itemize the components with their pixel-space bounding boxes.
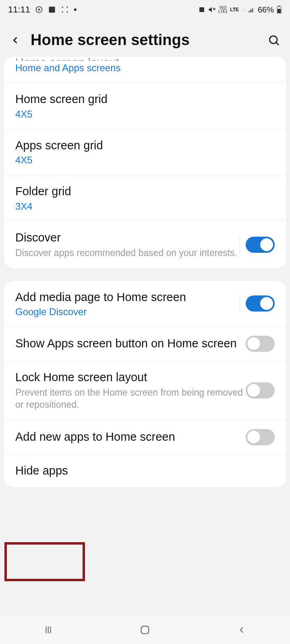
battery-icon xyxy=(276,6,282,14)
app-icon-1 xyxy=(35,6,43,14)
back-nav-button[interactable] xyxy=(234,623,249,637)
svg-rect-10 xyxy=(278,6,280,6)
navigation-bar xyxy=(0,616,290,644)
setting-title: Apps screen grid xyxy=(15,138,275,153)
setting-apps-button[interactable]: Show Apps screen button on Home screen xyxy=(4,327,286,361)
setting-value: 4X5 xyxy=(15,109,275,120)
svg-rect-1 xyxy=(49,7,55,13)
screenshot-icon xyxy=(61,6,69,14)
status-left: 11:11 • xyxy=(8,4,77,15)
setting-title: Discover xyxy=(15,230,240,246)
setting-title: Show Apps screen button on Home screen xyxy=(15,336,246,351)
image-icon xyxy=(48,6,56,14)
setting-title: Add media page to Home screen xyxy=(15,290,240,305)
setting-lock-layout[interactable]: Lock Home screen layout Prevent items on… xyxy=(4,361,286,420)
mute-icon xyxy=(208,6,216,14)
setting-hide-apps[interactable]: Hide apps xyxy=(4,454,286,487)
setting-media-page[interactable]: Add media page to Home screen Google Dis… xyxy=(4,281,286,327)
setting-value: 3X4 xyxy=(15,201,275,212)
add-new-apps-toggle[interactable] xyxy=(246,429,275,445)
svg-rect-17 xyxy=(141,626,149,634)
svg-point-12 xyxy=(269,36,277,43)
back-button[interactable] xyxy=(8,33,23,47)
dot-icon: • xyxy=(74,4,77,15)
setting-add-new-apps[interactable]: Add new apps to Home screen xyxy=(4,420,286,454)
battery-percent: 66% xyxy=(258,5,274,14)
settings-card-1: Home screen layout Home and Apps screens… xyxy=(4,57,286,268)
alarm-icon xyxy=(198,6,205,13)
setting-value: Google Discover xyxy=(15,306,240,318)
setting-apps-grid[interactable]: Apps screen grid 4X5 xyxy=(4,129,286,175)
data-arrows-icon: ↓↑ xyxy=(241,7,246,12)
page-title: Home screen settings xyxy=(31,31,258,49)
setting-title: Home screen grid xyxy=(15,92,275,107)
svg-rect-8 xyxy=(253,7,254,12)
setting-folder-grid[interactable]: Folder grid 3X4 xyxy=(4,175,286,221)
svg-rect-11 xyxy=(278,9,281,13)
svg-rect-7 xyxy=(252,8,253,12)
svg-rect-2 xyxy=(199,7,204,12)
home-button[interactable] xyxy=(138,623,152,637)
media-page-toggle[interactable] xyxy=(246,295,275,312)
discover-toggle[interactable] xyxy=(246,237,275,253)
recents-button[interactable] xyxy=(41,623,56,637)
setting-title: Add new apps to Home screen xyxy=(15,429,246,445)
setting-description: Discover apps recommended based on your … xyxy=(15,247,240,259)
apps-button-toggle[interactable] xyxy=(246,336,275,352)
setting-value: Home and Apps screens xyxy=(15,62,275,74)
volte-icon: Vo))LTE1 xyxy=(218,6,228,14)
status-time: 11:11 xyxy=(8,4,30,15)
setting-value: 4X5 xyxy=(15,155,275,166)
search-button[interactable] xyxy=(266,32,282,48)
setting-discover[interactable]: Discover Discover apps recommended based… xyxy=(4,221,286,268)
setting-home-grid[interactable]: Home screen grid 4X5 xyxy=(4,83,286,129)
lte-icon: LTE xyxy=(230,7,239,12)
status-bar: 11:11 • Vo))LTE1 LTE ↓↑ 66% xyxy=(0,0,290,19)
setting-title: Folder grid xyxy=(15,184,275,199)
svg-rect-6 xyxy=(250,10,251,12)
setting-title: Lock Home screen layout xyxy=(15,370,246,385)
lock-layout-toggle[interactable] xyxy=(246,382,275,398)
signal-icon xyxy=(248,6,255,13)
svg-rect-5 xyxy=(249,11,249,12)
setting-title: Home screen layout xyxy=(15,57,275,61)
setting-home-layout[interactable]: Home screen layout Home and Apps screens xyxy=(4,57,286,83)
content: Home screen layout Home and Apps screens… xyxy=(0,57,290,616)
setting-title: Hide apps xyxy=(15,463,275,479)
svg-line-13 xyxy=(276,42,279,45)
setting-description: Prevent items on the Home screen from be… xyxy=(15,387,246,411)
status-right: Vo))LTE1 LTE ↓↑ 66% xyxy=(198,5,282,14)
header: Home screen settings xyxy=(0,19,290,57)
settings-card-2: Add media page to Home screen Google Dis… xyxy=(4,281,286,487)
